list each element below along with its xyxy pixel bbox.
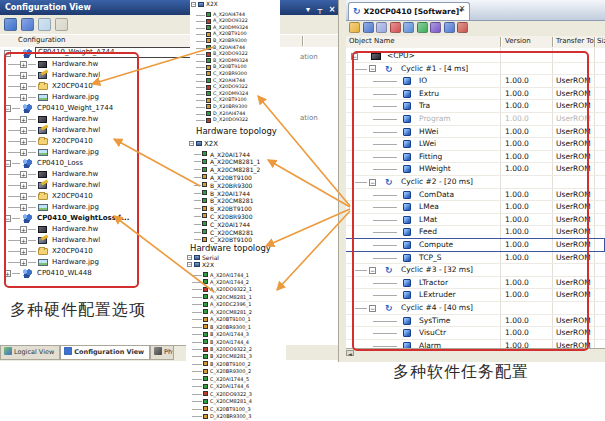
expand-icon[interactable]: + [20,72,27,79]
tree-row-hardware-item[interactable]: +X20CP0410 [0,136,339,147]
view-tab-logical-view[interactable]: Logical View [0,346,60,360]
tree-row-hardware-item[interactable]: +Hardware.hwl [0,235,339,246]
view-tab-physical-view[interactable]: Physical View [150,346,174,360]
software-task-row[interactable]: Program1.00.0UserROM [345,113,605,126]
expand-icon[interactable]: − [191,2,196,7]
software-cpu-row[interactable]: −<CPU> [345,50,605,63]
view-tab-configuration-view[interactable]: Configuration View [60,346,150,360]
expand-icon[interactable]: + [4,270,11,277]
column-version[interactable]: Version [505,37,531,45]
tree-row-config[interactable]: −CP0410_WeightLoss [... [0,213,339,224]
expand-icon[interactable]: + [20,193,27,200]
expand-icon[interactable]: + [20,171,27,178]
column-separator[interactable] [302,36,303,46]
expand-icon[interactable]: + [20,182,27,189]
software-task-row[interactable]: Tra1.00.0UserROM [345,100,605,113]
expand-icon[interactable]: + [20,248,27,255]
expand-icon[interactable]: − [187,262,192,267]
tab-x20cp0410-software[interactable]: ↻X20CP0410 [Software]* [348,2,470,20]
software-task-row[interactable]: Fitting1.00.0UserROM [345,151,605,164]
new-object-icon[interactable] [349,22,360,33]
expand-icon[interactable]: + [20,94,27,101]
column-object-name[interactable]: Object Name [349,37,395,45]
column-configuration[interactable]: Configuration [18,36,65,44]
tree-row-hardware-item[interactable]: +Hardware.jpg [0,257,339,268]
tree-row-hardware-item[interactable]: +Hardware.hwl [0,180,339,191]
column-transfer-to[interactable]: Transfer To [556,37,594,45]
expand-icon[interactable]: + [20,138,27,145]
expand-icon[interactable]: + [20,226,27,233]
column-separator[interactable] [594,37,595,47]
software-task-row[interactable]: HWeight1.00.0UserROM [345,163,605,176]
expand-icon[interactable]: + [20,259,27,266]
expand-icon[interactable]: − [187,255,192,260]
software-task-row[interactable]: LMat1.00.0UserROM [345,214,605,227]
expand-icon[interactable]: − [4,50,11,57]
software-task-row[interactable]: LWei1.00.0UserROM [345,138,605,151]
refresh-icon[interactable] [417,22,428,33]
tree-row-config[interactable]: −CP0410_Loss [0,158,339,169]
tree-row-hardware-item[interactable]: +Hardware.jpg [0,147,339,158]
configuration-column-header[interactable]: Configuration Batch [0,34,341,48]
export-icon[interactable] [55,18,68,31]
panel-splitter[interactable] [338,0,346,362]
tree-row-hardware-item[interactable]: +Hardware.hwl [0,125,339,136]
horizontal-scrollbar[interactable]: ◄ [345,348,605,357]
software-task-row[interactable]: SysTime1.00.0UserROM [345,315,605,328]
tree-row-config[interactable]: −CP0410_Weight_1744 [0,103,339,114]
rename-icon[interactable] [403,22,414,33]
column-size[interactable]: Siz [597,37,605,45]
tree-row-hardware-item[interactable]: +Hardware.hw [0,224,339,235]
tree-row-hardware-item[interactable]: +X20CP0410 [0,246,339,257]
edit-icon[interactable] [376,22,387,33]
tree-row-hardware-item[interactable]: +Hardware.jpg [0,92,339,103]
tree-row-hardware-item[interactable]: +X20CP0410 [0,81,339,92]
batch-download-icon[interactable] [4,18,17,31]
tree-row-hardware-item[interactable]: +Hardware.hw [0,59,339,70]
expand-icon[interactable]: − [369,179,376,186]
expand-icon[interactable]: + [20,204,27,211]
software-task-row[interactable]: ComData1.00.0UserROM [345,189,605,202]
software-task-row[interactable]: LMea1.00.0UserROM [345,201,605,214]
tree-row-config[interactable]: +CP0410_WL448 [0,268,339,279]
expand-icon[interactable]: − [369,305,376,312]
expand-icon[interactable]: + [20,116,27,123]
tab-close-icon[interactable]: × [457,4,467,13]
tree-row-hardware-item[interactable]: +Hardware.hw [0,169,339,180]
software-cyclic-row[interactable]: −↻Cyclic #4 - [40 ms] [345,302,605,315]
expand-icon[interactable]: − [4,215,11,222]
software-cyclic-row[interactable]: −↻Cyclic #3 - [32 ms] [345,264,605,277]
column-separator[interactable] [500,37,501,47]
build-icon[interactable] [444,22,455,33]
software-task-row[interactable]: Extru1.00.0UserROM [345,88,605,101]
expand-icon[interactable]: + [20,127,27,134]
software-task-row[interactable]: LTractor1.00.0UserROM [345,277,605,290]
expand-icon[interactable]: − [369,65,376,72]
scroll-left-icon[interactable]: ◄ [346,350,354,356]
expand-icon[interactable]: − [369,267,376,274]
expand-icon[interactable]: + [20,237,27,244]
software-task-row[interactable]: LExtruder1.00.0UserROM [345,289,605,302]
add-task-icon[interactable] [363,22,374,33]
expand-icon[interactable]: − [4,105,11,112]
expand-icon[interactable]: − [4,160,11,167]
tree-row-config[interactable]: −CP0410_Weight_A744 [0,48,339,59]
tree-row-hardware-item[interactable]: +Hardware.jpg [0,202,339,213]
delete-icon[interactable] [457,22,468,33]
column-separator[interactable] [552,37,553,47]
software-task-row[interactable]: Alarm1.00.0UserROM [345,340,605,348]
expand-icon[interactable]: + [20,83,27,90]
close-icon[interactable]: × [326,4,338,15]
table-view-icon[interactable] [38,18,51,31]
module-icon[interactable] [21,18,34,31]
software-task-row[interactable]: TCP_S1.00.0UserROM [345,252,605,265]
tree-row-hardware-item[interactable]: +Hardware.hw [0,114,339,125]
transfer-icon[interactable] [430,22,441,33]
tree-row-hardware-item[interactable]: +X20CP0410 [0,191,339,202]
expand-icon[interactable]: − [351,53,358,60]
expand-icon[interactable]: + [20,61,27,68]
tree-row-hardware-item[interactable]: +Hardware.hwl [0,70,339,81]
software-cyclic-row[interactable]: −↻Cyclic #1 - [4 ms] [345,63,605,76]
dropdown-icon[interactable]: ▾ [302,4,314,15]
software-task-row[interactable]: HWei1.00.0UserROM [345,126,605,139]
